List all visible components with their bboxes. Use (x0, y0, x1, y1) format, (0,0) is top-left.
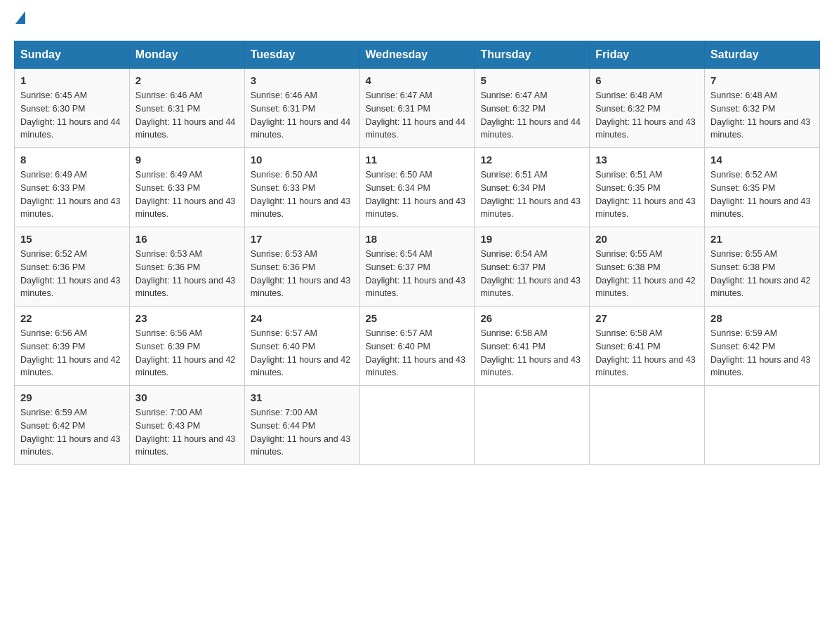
day-number: 10 (251, 154, 354, 166)
header-tuesday: Tuesday (244, 41, 359, 69)
day-info: Sunrise: 6:49 AM Sunset: 6:33 PM Dayligh… (20, 168, 124, 221)
sunset-label: Sunset: 6:35 PM (710, 183, 775, 193)
daylight-label: Daylight: 11 hours and 42 minutes. (595, 276, 695, 299)
sunset-label: Sunset: 6:39 PM (20, 342, 85, 351)
day-number: 6 (595, 74, 699, 86)
calendar-header-row: Sunday Monday Tuesday Wednesday Thursday… (15, 41, 820, 69)
sunrise-label: Sunrise: 6:53 AM (135, 249, 202, 259)
day-info: Sunrise: 6:55 AM Sunset: 6:38 PM Dayligh… (710, 248, 814, 300)
day-info: Sunrise: 6:48 AM Sunset: 6:32 PM Dayligh… (595, 89, 699, 142)
daylight-label: Daylight: 11 hours and 43 minutes. (366, 355, 465, 378)
table-row: 5 Sunrise: 6:47 AM Sunset: 6:32 PM Dayli… (475, 69, 590, 148)
sunrise-label: Sunrise: 6:46 AM (251, 90, 317, 100)
day-number: 15 (20, 233, 124, 245)
table-row: 24 Sunrise: 6:57 AM Sunset: 6:40 PM Dayl… (244, 307, 359, 386)
table-row (705, 386, 820, 465)
daylight-label: Daylight: 11 hours and 43 minutes. (20, 276, 120, 299)
header-thursday: Thursday (475, 41, 590, 69)
day-number: 16 (135, 233, 239, 245)
day-info: Sunrise: 6:52 AM Sunset: 6:36 PM Dayligh… (20, 248, 124, 300)
table-row: 28 Sunrise: 6:59 AM Sunset: 6:42 PM Dayl… (705, 307, 820, 386)
sunrise-label: Sunrise: 6:47 AM (366, 90, 432, 100)
header-wednesday: Wednesday (359, 41, 475, 69)
calendar-week-row: 8 Sunrise: 6:49 AM Sunset: 6:33 PM Dayli… (15, 148, 820, 227)
sunrise-label: Sunrise: 6:45 AM (20, 90, 87, 100)
sunrise-label: Sunrise: 7:00 AM (135, 408, 202, 417)
sunset-label: Sunset: 6:33 PM (135, 183, 200, 193)
sunset-label: Sunset: 6:40 PM (251, 342, 315, 351)
day-info: Sunrise: 6:56 AM Sunset: 6:39 PM Dayligh… (135, 327, 239, 380)
table-row: 3 Sunrise: 6:46 AM Sunset: 6:31 PM Dayli… (244, 69, 359, 148)
day-info: Sunrise: 6:51 AM Sunset: 6:34 PM Dayligh… (480, 168, 583, 221)
day-info: Sunrise: 7:00 AM Sunset: 6:43 PM Dayligh… (135, 406, 239, 459)
day-number: 4 (366, 74, 469, 86)
daylight-label: Daylight: 11 hours and 42 minutes. (135, 355, 235, 378)
sunset-label: Sunset: 6:31 PM (366, 104, 430, 114)
day-info: Sunrise: 6:50 AM Sunset: 6:33 PM Dayligh… (251, 168, 354, 221)
sunset-label: Sunset: 6:37 PM (366, 262, 430, 272)
table-row: 16 Sunrise: 6:53 AM Sunset: 6:36 PM Dayl… (129, 227, 244, 307)
day-number: 8 (20, 154, 124, 166)
sunrise-label: Sunrise: 6:56 AM (135, 328, 202, 338)
header-sunday: Sunday (15, 41, 130, 69)
day-number: 23 (135, 312, 239, 324)
daylight-label: Daylight: 11 hours and 43 minutes. (480, 276, 580, 299)
sunset-label: Sunset: 6:42 PM (710, 342, 775, 351)
sunset-label: Sunset: 6:40 PM (366, 342, 430, 351)
sunrise-label: Sunrise: 6:59 AM (710, 328, 777, 338)
table-row: 13 Sunrise: 6:51 AM Sunset: 6:35 PM Dayl… (590, 148, 705, 227)
daylight-label: Daylight: 11 hours and 43 minutes. (20, 434, 120, 457)
table-row: 27 Sunrise: 6:58 AM Sunset: 6:41 PM Dayl… (590, 307, 705, 386)
sunset-label: Sunset: 6:36 PM (20, 262, 85, 272)
table-row: 15 Sunrise: 6:52 AM Sunset: 6:36 PM Dayl… (15, 227, 130, 307)
day-info: Sunrise: 6:53 AM Sunset: 6:36 PM Dayligh… (251, 248, 354, 300)
sunset-label: Sunset: 6:38 PM (710, 262, 775, 272)
sunset-label: Sunset: 6:32 PM (710, 104, 775, 114)
logo-triangle-icon (15, 11, 25, 24)
day-info: Sunrise: 6:57 AM Sunset: 6:40 PM Dayligh… (366, 327, 469, 380)
sunset-label: Sunset: 6:38 PM (595, 262, 660, 272)
table-row: 4 Sunrise: 6:47 AM Sunset: 6:31 PM Dayli… (359, 69, 475, 148)
sunrise-label: Sunrise: 6:54 AM (366, 249, 432, 259)
day-info: Sunrise: 6:54 AM Sunset: 6:37 PM Dayligh… (366, 248, 469, 300)
calendar-week-row: 29 Sunrise: 6:59 AM Sunset: 6:42 PM Dayl… (15, 386, 820, 465)
sunrise-label: Sunrise: 6:55 AM (710, 249, 777, 259)
day-number: 25 (366, 312, 469, 324)
day-info: Sunrise: 6:55 AM Sunset: 6:38 PM Dayligh… (595, 248, 699, 300)
sunset-label: Sunset: 6:36 PM (251, 262, 315, 272)
day-number: 17 (251, 233, 354, 245)
table-row: 14 Sunrise: 6:52 AM Sunset: 6:35 PM Dayl… (705, 148, 820, 227)
daylight-label: Daylight: 11 hours and 43 minutes. (251, 196, 350, 220)
sunrise-label: Sunrise: 6:48 AM (595, 90, 662, 100)
day-number: 21 (710, 233, 814, 245)
table-row: 1 Sunrise: 6:45 AM Sunset: 6:30 PM Dayli… (15, 69, 130, 148)
table-row (590, 386, 705, 465)
daylight-label: Daylight: 11 hours and 43 minutes. (595, 196, 695, 220)
daylight-label: Daylight: 11 hours and 43 minutes. (710, 117, 810, 140)
day-info: Sunrise: 6:52 AM Sunset: 6:35 PM Dayligh… (710, 168, 814, 221)
sunrise-label: Sunrise: 6:56 AM (20, 328, 87, 338)
sunset-label: Sunset: 6:35 PM (595, 183, 660, 193)
sunrise-label: Sunrise: 6:51 AM (480, 170, 547, 180)
table-row (359, 386, 475, 465)
sunset-label: Sunset: 6:43 PM (135, 421, 200, 431)
day-number: 5 (480, 74, 583, 86)
day-info: Sunrise: 6:58 AM Sunset: 6:41 PM Dayligh… (595, 327, 699, 380)
day-info: Sunrise: 6:59 AM Sunset: 6:42 PM Dayligh… (20, 406, 124, 459)
daylight-label: Daylight: 11 hours and 43 minutes. (595, 117, 695, 140)
sunrise-label: Sunrise: 6:53 AM (251, 249, 317, 259)
table-row (475, 386, 590, 465)
day-number: 20 (595, 233, 699, 245)
sunrise-label: Sunrise: 6:49 AM (20, 170, 87, 180)
day-info: Sunrise: 6:56 AM Sunset: 6:39 PM Dayligh… (20, 327, 124, 380)
table-row: 7 Sunrise: 6:48 AM Sunset: 6:32 PM Dayli… (705, 69, 820, 148)
day-info: Sunrise: 6:47 AM Sunset: 6:32 PM Dayligh… (480, 89, 583, 142)
daylight-label: Daylight: 11 hours and 43 minutes. (135, 196, 235, 220)
day-number: 24 (251, 312, 354, 324)
table-row: 17 Sunrise: 6:53 AM Sunset: 6:36 PM Dayl… (244, 227, 359, 307)
calendar-table: Sunday Monday Tuesday Wednesday Thursday… (14, 41, 820, 465)
sunrise-label: Sunrise: 6:57 AM (251, 328, 317, 338)
day-number: 27 (595, 312, 699, 324)
sunset-label: Sunset: 6:37 PM (480, 262, 545, 272)
table-row: 9 Sunrise: 6:49 AM Sunset: 6:33 PM Dayli… (129, 148, 244, 227)
